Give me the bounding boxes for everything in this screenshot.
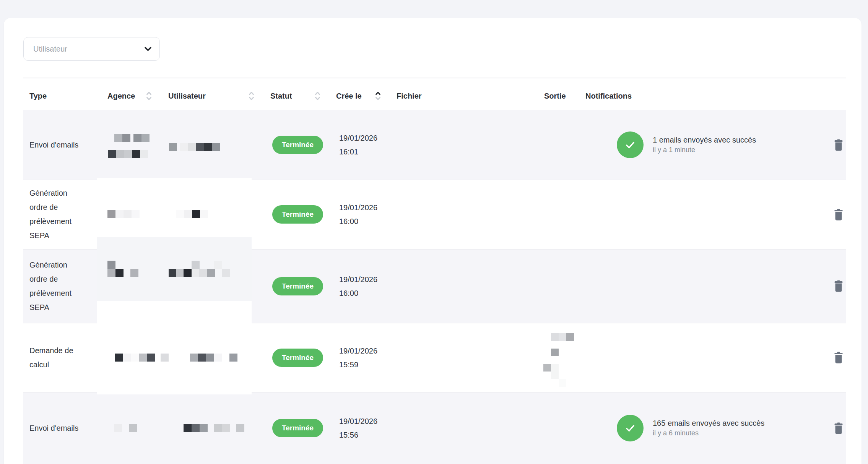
created-time: 15:59 [339,358,377,372]
row-separator [23,392,846,393]
column-header-utilisateur[interactable]: Utilisateur [168,80,206,112]
delete-task-button[interactable] [833,422,844,435]
column-header-label: Utilisateur [168,92,206,101]
created-date: 19/01/2026 [339,344,377,358]
delete-task-button[interactable] [833,351,844,364]
created-date: 19/01/2026 [339,273,377,286]
column-header-statut[interactable]: Statut [270,80,292,112]
created-date: 19/01/2026 [339,131,377,145]
column-header-cr-e-le[interactable]: Crée le [336,80,362,112]
column-header-label: Agence [107,92,135,101]
column-header-label: Fichier [397,92,422,101]
column-header-type: Type [29,80,47,112]
table-row: Envoi d'emailsTerminée19/01/202616:01 1 … [23,110,846,180]
status-badge: Terminée [272,419,323,437]
notification-message: 1 emails envoyés avec succès [653,135,756,145]
cell-created-at: 19/01/202615:56 [339,414,377,442]
column-header-label: Notifications [585,92,632,101]
notification-text: 1 emails envoyés avec succèsil y a 1 min… [653,135,756,155]
created-time: 16:00 [339,214,377,228]
notification-ago: il y a 6 minutes [653,428,764,438]
column-header-sortie: Sortie [544,80,566,112]
success-check-icon [617,131,644,158]
sort-icon[interactable] [314,80,321,112]
cell-type: Génération ordre de prélèvement SEPA [29,186,87,243]
created-date: 19/01/2026 [339,201,377,214]
cell-created-at: 19/01/202616:01 [339,131,377,159]
cell-created-at: 19/01/202616:00 [339,201,377,228]
notification-message: 165 emails envoyés avec succès [653,418,764,428]
user-filter-dropdown[interactable]: Utilisateur [23,37,160,61]
user-filter-value: Utilisateur [33,45,144,54]
created-time: 15:56 [339,428,377,442]
status-badge: Terminée [272,205,323,224]
column-header-label: Type [29,92,47,101]
column-header-label: Crée le [336,92,362,101]
cell-created-at: 19/01/202615:59 [339,344,377,372]
sort-icon[interactable] [248,80,255,112]
cell-type: Génération ordre de prélèvement SEPA [29,258,87,315]
row-separator [23,180,846,180]
table-row: Génération ordre de prélèvement SEPATerm… [23,249,846,323]
notification-text: 165 emails envoyés avec succèsil y a 6 m… [653,418,764,438]
delete-task-button[interactable] [833,138,844,151]
created-time: 16:01 [339,145,377,159]
sort-icon[interactable] [375,80,381,112]
row-separator [23,323,846,323]
success-check-icon [617,415,644,441]
table-top-divider [23,78,846,78]
cell-type: Demande de calcul [29,344,87,372]
column-header-fichier: Fichier [397,80,422,112]
status-badge: Terminée [272,349,323,367]
column-header-label: Statut [270,92,292,101]
row-separator [23,249,846,250]
cell-type: Envoi d'emails [29,138,87,152]
page: Utilisateur TypeAgence Utilisateur Statu… [0,0,868,464]
sort-icon[interactable] [146,80,152,112]
notification-ago: il y a 1 minute [653,145,756,155]
created-date: 19/01/2026 [339,414,377,428]
status-badge: Terminée [272,277,323,295]
column-header-agence[interactable]: Agence [107,80,135,112]
table-row: Génération ordre de prélèvement SEPATerm… [23,180,846,249]
chevron-down-icon [144,46,152,52]
delete-task-button[interactable] [833,280,844,293]
delete-task-button[interactable] [833,208,844,221]
created-time: 16:00 [339,286,377,300]
cell-type: Envoi d'emails [29,421,87,435]
table-row: Demande de calculTerminée19/01/202615:59 [23,323,846,392]
cell-created-at: 19/01/202616:00 [339,273,377,300]
column-header-notifications: Notifications [585,80,632,112]
column-header-label: Sortie [544,92,566,101]
table-row: Envoi d'emailsTerminée19/01/202615:56 16… [23,392,846,464]
status-badge: Terminée [272,136,323,154]
